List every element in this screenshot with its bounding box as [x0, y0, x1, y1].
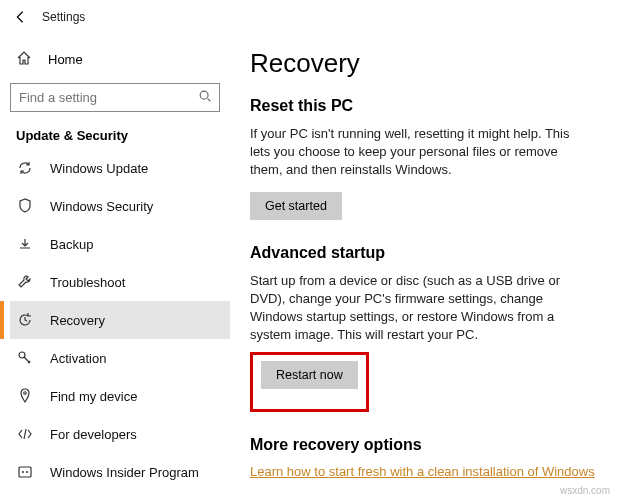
- code-icon: [16, 425, 34, 443]
- content-pane: Recovery Reset this PC If your PC isn't …: [230, 34, 618, 500]
- svg-point-2: [24, 392, 27, 395]
- sidebar-item-find-my-device[interactable]: Find my device: [10, 377, 230, 415]
- back-icon[interactable]: [12, 9, 28, 25]
- window-title: Settings: [42, 10, 85, 24]
- sidebar-category: Update & Security: [10, 122, 230, 149]
- restart-now-button[interactable]: Restart now: [261, 361, 358, 389]
- shield-icon: [16, 197, 34, 215]
- home-label: Home: [48, 52, 83, 67]
- restart-highlight: Restart now: [250, 352, 369, 412]
- sidebar-item-troubleshoot[interactable]: Troubleshoot: [10, 263, 230, 301]
- wrench-icon: [16, 273, 34, 291]
- advanced-heading: Advanced startup: [250, 244, 600, 262]
- sidebar-item-windows-update[interactable]: Windows Update: [10, 149, 230, 187]
- search-box[interactable]: [10, 83, 220, 112]
- sidebar-item-windows-security[interactable]: Windows Security: [10, 187, 230, 225]
- svg-rect-3: [19, 467, 31, 477]
- sidebar-item-label: Windows Update: [50, 161, 148, 176]
- more-recovery-section: More recovery options Learn how to start…: [250, 436, 600, 479]
- sidebar-item-label: Windows Security: [50, 199, 153, 214]
- sidebar-item-home[interactable]: Home: [10, 44, 230, 79]
- sidebar-item-activation[interactable]: Activation: [10, 339, 230, 377]
- svg-point-4: [22, 471, 24, 473]
- search-input[interactable]: [10, 83, 220, 112]
- svg-point-0: [200, 91, 208, 99]
- advanced-startup-section: Advanced startup Start up from a device …: [250, 244, 600, 413]
- key-icon: [16, 349, 34, 367]
- sidebar-item-label: Activation: [50, 351, 106, 366]
- sidebar: Home Update & Security Windows Update Wi…: [0, 34, 230, 500]
- sidebar-item-label: Windows Insider Program: [50, 465, 199, 480]
- search-icon: [198, 89, 212, 106]
- more-heading: More recovery options: [250, 436, 600, 454]
- sidebar-item-label: Recovery: [50, 313, 105, 328]
- home-icon: [16, 50, 32, 69]
- sidebar-item-label: Troubleshoot: [50, 275, 125, 290]
- get-started-button[interactable]: Get started: [250, 192, 342, 220]
- location-icon: [16, 387, 34, 405]
- sidebar-item-label: For developers: [50, 427, 137, 442]
- advanced-description: Start up from a device or disc (such as …: [250, 272, 590, 345]
- insider-icon: [16, 463, 34, 481]
- sync-icon: [16, 159, 34, 177]
- sidebar-item-insider[interactable]: Windows Insider Program: [10, 453, 230, 491]
- fresh-install-link[interactable]: Learn how to start fresh with a clean in…: [250, 464, 595, 479]
- sidebar-item-backup[interactable]: Backup: [10, 225, 230, 263]
- watermark: wsxdn.com: [560, 485, 610, 496]
- recovery-icon: [16, 311, 34, 329]
- page-title: Recovery: [250, 48, 600, 79]
- reset-pc-section: Reset this PC If your PC isn't running w…: [250, 97, 600, 220]
- sidebar-item-label: Find my device: [50, 389, 137, 404]
- sidebar-item-recovery[interactable]: Recovery: [10, 301, 230, 339]
- reset-heading: Reset this PC: [250, 97, 600, 115]
- reset-description: If your PC isn't running well, resetting…: [250, 125, 590, 180]
- svg-point-5: [26, 471, 28, 473]
- backup-icon: [16, 235, 34, 253]
- sidebar-item-label: Backup: [50, 237, 93, 252]
- sidebar-item-for-developers[interactable]: For developers: [10, 415, 230, 453]
